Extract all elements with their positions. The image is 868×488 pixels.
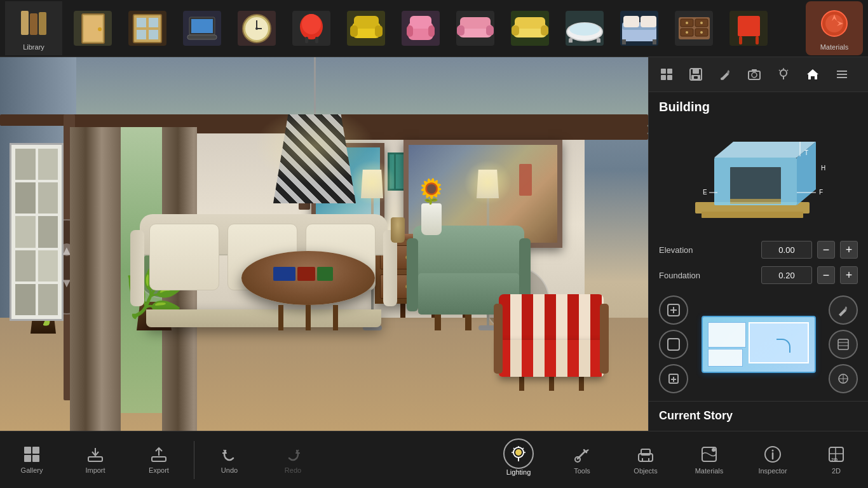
svg-rect-0 xyxy=(21,11,29,35)
undo-icon xyxy=(220,445,238,463)
materials-button[interactable]: Materials xyxy=(806,1,863,55)
building-title: Building xyxy=(649,92,868,119)
import-label: Import xyxy=(85,466,105,474)
redo-label: Redo xyxy=(285,466,301,474)
texture-btn[interactable] xyxy=(829,330,858,359)
top-toolbar: Library xyxy=(0,0,868,57)
svg-rect-41 xyxy=(569,38,573,43)
svg-rect-60 xyxy=(739,36,742,44)
rt-home-btn[interactable] xyxy=(798,60,827,89)
furniture-pink-chair[interactable] xyxy=(395,3,446,54)
svg-rect-7 xyxy=(137,18,146,27)
elevation-label: Elevation xyxy=(659,245,756,255)
bottom-gallery-btn[interactable]: Gallery xyxy=(0,433,64,487)
svg-rect-30 xyxy=(428,25,435,37)
svg-rect-25 xyxy=(350,25,358,37)
svg-rect-90 xyxy=(730,167,781,202)
foundation-row: Foundation − + xyxy=(649,262,868,288)
furniture-red-chair[interactable] xyxy=(286,3,337,54)
bottom-tools-btn[interactable]: Tools xyxy=(550,433,614,487)
bottom-import-btn[interactable]: Import xyxy=(64,433,127,487)
elevation-input[interactable] xyxy=(761,241,812,259)
select-btn[interactable] xyxy=(829,364,858,393)
furniture-simple-chair[interactable] xyxy=(723,3,774,54)
floor-plan-preview[interactable] xyxy=(702,316,816,373)
library-button[interactable]: Library xyxy=(5,1,62,55)
furniture-door[interactable] xyxy=(67,3,118,54)
inspector-label: Inspector xyxy=(758,467,787,475)
furniture-window[interactable] xyxy=(122,3,173,54)
right-panel: Building T H F E xyxy=(648,57,868,432)
bottom-redo-btn[interactable]: Redo xyxy=(261,433,325,487)
svg-rect-86 xyxy=(702,212,803,218)
wall-art-tile xyxy=(38,149,58,180)
rt-save-btn[interactable] xyxy=(681,60,710,89)
furniture-clock[interactable] xyxy=(231,3,282,54)
striped-chair-arm-right xyxy=(600,304,609,374)
svg-point-75 xyxy=(752,72,757,78)
furniture-pink-sofa[interactable] xyxy=(450,3,501,54)
decorative-lamp xyxy=(391,217,405,243)
bottom-lighting-btn[interactable]: Lighting xyxy=(487,433,550,487)
svg-rect-24 xyxy=(354,16,379,29)
striped-chair xyxy=(499,294,604,391)
library-icon xyxy=(15,6,53,41)
add-floor-btn[interactable] xyxy=(659,295,688,325)
view-btn[interactable] xyxy=(659,330,688,359)
svg-rect-34 xyxy=(486,25,494,36)
divider-1 xyxy=(194,441,194,479)
svg-point-55 xyxy=(700,22,703,24)
svg-rect-102 xyxy=(668,339,679,350)
svg-point-137 xyxy=(772,450,774,452)
svg-rect-46 xyxy=(641,16,656,27)
bottom-inspector-btn[interactable]: Inspector xyxy=(741,433,804,487)
furniture-scroll xyxy=(62,3,806,54)
furniture-dresser-top[interactable] xyxy=(668,3,719,54)
bottom-materials-btn[interactable]: Materials xyxy=(677,433,741,487)
armchair-arm-left xyxy=(407,238,418,311)
left-action-cluster xyxy=(659,295,688,393)
bottom-objects-btn[interactable]: Objects xyxy=(614,433,677,487)
book-green xyxy=(317,267,333,281)
furniture-yellow-sofa[interactable] xyxy=(505,3,555,54)
wall-art-tile xyxy=(15,149,36,180)
rt-objects-btn[interactable] xyxy=(652,60,681,89)
tools-label: Tools xyxy=(574,467,590,475)
svg-rect-32 xyxy=(460,17,491,29)
rt-light-btn[interactable] xyxy=(769,60,798,89)
action-buttons-row xyxy=(649,288,868,401)
svg-rect-13 xyxy=(187,35,217,39)
furniture-laptop[interactable] xyxy=(177,3,227,54)
objects-label: Objects xyxy=(634,467,657,475)
striped-chair-arm-left xyxy=(494,304,503,374)
rt-list-btn[interactable] xyxy=(827,60,857,89)
svg-point-73 xyxy=(721,78,723,80)
svg-rect-59 xyxy=(738,29,760,36)
svg-rect-114 xyxy=(24,455,31,462)
wall-art-tile xyxy=(38,284,58,315)
pendant-lamp xyxy=(273,57,356,203)
elevation-plus-btn[interactable]: + xyxy=(840,241,858,259)
current-story-title: Current Story xyxy=(649,401,868,428)
export-label: Export xyxy=(149,466,169,474)
foundation-plus-btn[interactable]: + xyxy=(840,266,858,284)
floor-plan-preview-container xyxy=(702,316,816,373)
rt-camera-btn[interactable] xyxy=(740,60,769,89)
copy-btn[interactable] xyxy=(659,364,688,393)
elevation-minus-btn[interactable]: − xyxy=(817,241,835,259)
furniture-yellow-armchair[interactable] xyxy=(341,3,391,54)
furniture-bed[interactable] xyxy=(614,3,665,54)
rt-paint-btn[interactable] xyxy=(710,60,740,89)
viewport: 🌿 🌱 xyxy=(0,57,648,432)
brush-btn[interactable] xyxy=(829,295,858,325)
foundation-minus-btn[interactable]: − xyxy=(817,266,835,284)
foundation-input[interactable] xyxy=(761,266,812,284)
furniture-bathtub[interactable] xyxy=(559,3,610,54)
bottom-2d-btn[interactable]: 2D 2D xyxy=(804,433,868,487)
bottom-export-btn[interactable]: Export xyxy=(127,433,191,487)
materials-label: Materials xyxy=(820,43,849,51)
fp-door xyxy=(776,339,790,353)
pendant-wire xyxy=(314,57,316,114)
svg-rect-21 xyxy=(305,37,308,43)
bottom-undo-btn[interactable]: Undo xyxy=(198,433,261,487)
